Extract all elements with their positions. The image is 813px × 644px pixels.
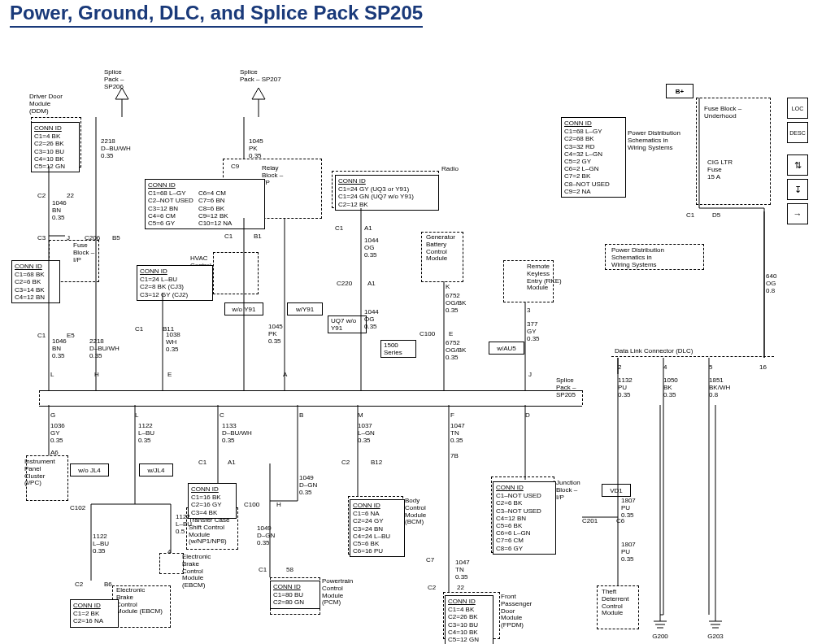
- rail-end-right: [582, 390, 584, 405]
- w-jl4-box: w/JL4: [139, 463, 173, 476]
- fuseblock-ip-lbl: Fuse Block – I/P: [73, 242, 94, 263]
- pin-c1g: C1: [259, 566, 267, 573]
- wire-1132: 1132 PU 0.35: [618, 377, 633, 398]
- pin-b11: B11: [163, 325, 174, 333]
- connid-bcm: CONN IDC1=6 NAC2=24 GYC3=24 BNC4=24 L–BU…: [350, 499, 405, 557]
- uq7-box: UQ7 w/o Y91: [328, 315, 367, 333]
- pin-d: D: [525, 411, 530, 419]
- pin-c1a: C1: [37, 332, 46, 339]
- wire-2218b: 2218 D–BU/WH 0.35: [89, 338, 120, 359]
- wire-1851: 1851 BK/WH 0.8: [709, 377, 730, 398]
- pin-l: L: [50, 371, 54, 378]
- desc-button[interactable]: DESC: [787, 122, 808, 143]
- pin-b: B: [299, 411, 303, 419]
- print-button[interactable]: ↧: [787, 179, 808, 200]
- pin-c: C: [220, 411, 224, 419]
- pin-c1b: C1: [135, 325, 143, 333]
- wo-y91-box: w/o Y91: [224, 302, 263, 315]
- dlc-label: Data Link Connector (DLC): [615, 348, 693, 355]
- wire-2218: 2218 D–BU/WH 0.35: [101, 138, 131, 159]
- connid-ebcm: CONN IDC1=2 BKC2=16 NA: [70, 599, 119, 628]
- tcsc-label: Transfer Case Shift Control Module (w/NP…: [189, 517, 229, 546]
- pin-b1: B1: [254, 233, 262, 240]
- wire-1122a: 1122 L–BU 0.35: [138, 423, 154, 444]
- connid-pcm: CONN IDC1=80 BUC2=80 GN: [270, 581, 320, 609]
- genbat-label: Generator Battery Control Module: [426, 234, 455, 263]
- wire-377: 377 GY 0.35: [527, 321, 540, 342]
- wire-1047b: 1047 TN 0.35: [455, 559, 470, 581]
- connid-jblock: CONN IDC1–NOT USEDC2=6 BKC3–NOT USEDC4=1…: [493, 481, 556, 555]
- pin-hH: H: [276, 501, 281, 508]
- connid-fpdm: CONN IDC1=4 BKC2=26 BKC3=10 BUC4=10 BKC5…: [445, 595, 493, 644]
- pin-c206: C206: [85, 234, 100, 242]
- nav-button[interactable]: ⇅: [787, 154, 808, 176]
- pin-a1: A1: [364, 224, 372, 232]
- wire-3: 3: [527, 307, 530, 315]
- b-plus-box: B+: [666, 84, 693, 98]
- pin-7b: 7B: [450, 452, 459, 459]
- pcm-label: Powertrain Control Module (PCM): [322, 578, 353, 607]
- pin-jJ: J: [528, 371, 532, 378]
- wire-1046: 1046 BN 0.35: [52, 200, 67, 221]
- ebcm1-label: Electronic Brake Control Module (EBCM): [182, 554, 211, 590]
- wire-1049b: 1049 D–GN 0.35: [257, 525, 275, 546]
- wo-jl4-box: w/o JL4: [70, 463, 109, 476]
- wire-1047a: 1047 TN 0.35: [450, 423, 465, 444]
- loc-button[interactable]: LOC: [787, 98, 808, 119]
- pin-c9: C9: [231, 163, 239, 170]
- fuseblock-uh-lbl: Fuse Block – Underhood: [704, 106, 741, 120]
- pin-e5: E5: [67, 332, 75, 339]
- pin-a: A: [283, 371, 287, 378]
- page-title: Power, Ground, DLC, and Splice Pack SP20…: [10, 2, 423, 28]
- bcm-label: Body Control Module (BCM): [405, 498, 426, 526]
- pin-4b: 4: [167, 548, 171, 555]
- pin-f: F: [450, 411, 454, 419]
- ddm-label: Driver Door Module (DDM): [29, 94, 63, 115]
- wire-1133: 1133 D–BU/WH 0.35: [222, 423, 252, 444]
- wire-1807b: 1807 PU 0.35: [621, 542, 636, 563]
- rke-label: Remote Keyless Entry (RKE) Module: [527, 263, 562, 292]
- pin-c220: C220: [337, 280, 352, 287]
- pin-c2a: C2: [37, 192, 46, 199]
- wire-1044a: 1044 OG 0.35: [364, 237, 379, 259]
- ground-g203: G203: [706, 615, 725, 640]
- connid-fuseip: CONN IDC1=68 BKC2=6 BKC3=14 BKC4=12 BN: [11, 260, 60, 303]
- wire-6752b: 6752 OG/BK 0.35: [446, 340, 466, 361]
- pin-c3: C3: [37, 234, 46, 242]
- pin-m: M: [358, 411, 363, 419]
- pin-lL: L: [135, 411, 138, 419]
- pin-b5: B5: [112, 234, 120, 242]
- pin-g: G: [50, 411, 55, 419]
- pin-22b: 22: [457, 584, 464, 591]
- pin-c1c: C1: [224, 233, 233, 240]
- connid-hvac: CONN IDC1=24 L–BUC2=8 BK (CJ3)C3=12 GY (…: [137, 265, 213, 301]
- pin-c201: C201: [582, 517, 598, 524]
- next-button[interactable]: →: [787, 203, 808, 224]
- splice-pack-sp206-label: Splice Pack – SP206: [104, 69, 124, 90]
- w-y91-box: w/Y91: [287, 302, 323, 315]
- pin-eE: E: [449, 330, 453, 337]
- pin-k: K: [446, 283, 450, 290]
- wire-1037: 1037 L–GN 0.35: [358, 423, 375, 444]
- wire-1044b: 1044 OG 0.35: [364, 309, 379, 330]
- wire-1045b: 1045 PK 0.35: [268, 324, 283, 345]
- hvac-module: [213, 252, 259, 294]
- connid-relay: CONN IDC1=68 L–GYC2–NOT USEDC3=12 BNC4=6…: [145, 179, 265, 229]
- connid-tcsc: CONN IDC1=16 BKC2=16 GYC3=4 BK: [188, 483, 237, 519]
- theft-label: Theft Deterrent Control Module: [602, 589, 628, 617]
- pin-h: H: [94, 371, 99, 378]
- fpdm-label: Front Passenger Door Module (FPDM): [501, 594, 532, 629]
- wire-1050: 1050 BK 0.35: [663, 377, 678, 398]
- ebcm-module-2: [159, 553, 184, 574]
- wire-1122b: 1122 L–BU 0.5: [176, 514, 192, 535]
- pin-16: 16: [759, 363, 767, 371]
- wire-1807a: 1807 PU 0.35: [621, 498, 636, 519]
- wau5-box: w/AU5: [489, 342, 524, 355]
- pin-c6: C6: [616, 517, 624, 524]
- pin-22: 22: [67, 192, 74, 199]
- pin-c2c: C2: [428, 584, 436, 591]
- pin-c100: C100: [420, 330, 435, 337]
- pds-bot-label: Power Distribution Schematics in Wiring …: [611, 247, 664, 268]
- radio-label: Radio: [441, 166, 459, 173]
- pin-j: J: [67, 234, 70, 242]
